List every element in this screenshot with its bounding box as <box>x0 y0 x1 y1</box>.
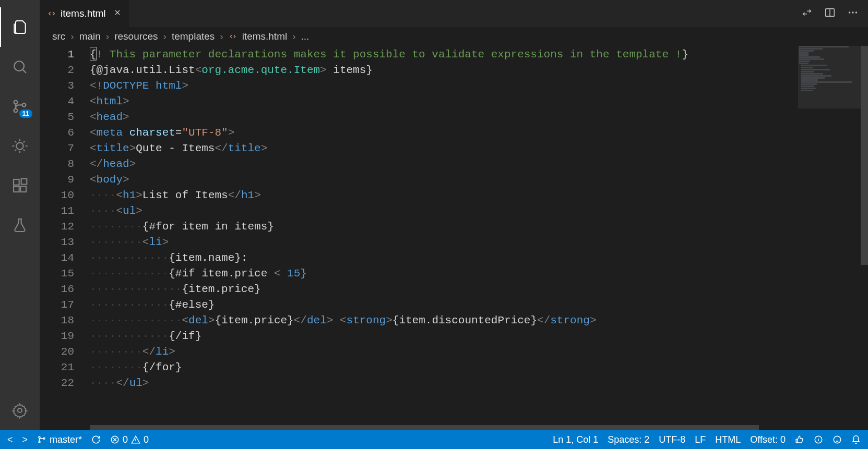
breadcrumb-item[interactable]: src <box>52 31 65 42</box>
code-line[interactable]: <!DOCTYPE html> <box>90 78 798 94</box>
tab-label: items.html <box>61 8 106 19</box>
code-line[interactable]: </head> <box>90 156 798 172</box>
thumbs-up-icon[interactable] <box>795 435 804 444</box>
svg-point-15 <box>39 441 40 443</box>
editor-actions <box>801 7 868 20</box>
activity-bar: 11 <box>0 0 40 430</box>
line-number: 19 <box>40 329 74 344</box>
testing-button[interactable] <box>0 205 40 245</box>
editor-body: 12345678910111213141516171819202122 {! T… <box>40 46 868 425</box>
svg-point-4 <box>16 142 23 149</box>
svg-rect-7 <box>20 186 26 192</box>
code-line[interactable]: <head> <box>90 110 798 125</box>
html-file-icon <box>229 32 237 41</box>
breadcrumb-item[interactable]: items.html <box>242 31 288 42</box>
svg-rect-6 <box>14 186 19 192</box>
explorer-button[interactable] <box>0 7 40 47</box>
scrollbar-thumb[interactable] <box>861 46 868 265</box>
tab-items-html[interactable]: items.html <box>40 0 129 27</box>
bell-icon[interactable] <box>851 435 861 444</box>
code-line[interactable]: <title>Qute - Items</title> <box>90 141 798 156</box>
cursor-position-status[interactable]: Ln 1, Col 1 <box>553 434 598 445</box>
html-file-icon <box>47 9 56 18</box>
code-line[interactable]: ····</ul> <box>90 375 798 391</box>
minimap-slider[interactable] <box>798 46 861 108</box>
code-line[interactable]: ··············<del>{item.price}</del> <s… <box>90 313 798 329</box>
beaker-icon <box>11 217 28 234</box>
scm-button[interactable]: 11 <box>0 87 40 126</box>
code-line[interactable]: {! This parameter declarations makes it … <box>90 47 798 63</box>
breadcrumb-item[interactable]: ... <box>301 31 310 42</box>
chevron-right-icon: › <box>220 31 223 42</box>
compare-icon[interactable] <box>801 7 813 20</box>
git-branch-icon <box>37 435 46 444</box>
feedback-icon[interactable] <box>833 435 842 444</box>
line-number: 13 <box>40 235 74 250</box>
language-mode-status[interactable]: HTML <box>715 434 741 445</box>
svg-point-1 <box>14 101 18 104</box>
minimap[interactable] <box>798 46 861 425</box>
line-number: 1 <box>40 47 74 63</box>
line-number: 12 <box>40 219 74 235</box>
eol-status[interactable]: LF <box>695 434 706 445</box>
code-line[interactable]: <body> <box>90 172 798 188</box>
code-line[interactable]: ········</li> <box>90 344 798 360</box>
line-number: 22 <box>40 375 74 391</box>
offset-status[interactable]: Offset: 0 <box>750 434 786 445</box>
line-number: 7 <box>40 141 74 156</box>
split-editor-icon[interactable] <box>824 7 836 20</box>
nav-back-button[interactable]: < <box>7 434 13 445</box>
debug-button[interactable] <box>0 126 40 166</box>
code-line[interactable]: ··············{item.price} <box>90 282 798 297</box>
code-line[interactable]: ········<li> <box>90 235 798 250</box>
code-line[interactable]: ············{#if item.price < 15} <box>90 266 798 282</box>
search-button[interactable] <box>0 47 40 87</box>
nav-forward-button[interactable]: > <box>22 434 28 445</box>
scm-badge: 11 <box>19 110 32 118</box>
code-line[interactable]: ········{#for item in items} <box>90 219 798 235</box>
chevron-right-icon: › <box>292 31 295 42</box>
breadcrumb-item[interactable]: templates <box>172 31 215 42</box>
code-line[interactable]: <meta charset="UTF-8"> <box>90 125 798 141</box>
problems-status[interactable]: 0 0 <box>110 434 149 445</box>
code-line[interactable]: {@java.util.List<org.acme.qute.Item> ite… <box>90 63 798 78</box>
settings-button[interactable] <box>0 391 40 430</box>
indentation-status[interactable]: Spaces: 2 <box>608 434 649 445</box>
close-icon[interactable] <box>113 8 122 19</box>
code-line[interactable]: ············{item.name}: <box>90 250 798 266</box>
encoding-status[interactable]: UTF-8 <box>659 434 685 445</box>
line-number: 2 <box>40 63 74 78</box>
breadcrumbs[interactable]: src › main › resources › templates › ite… <box>40 27 868 46</box>
line-number: 17 <box>40 297 74 313</box>
editor-area: items.html src › main <box>40 0 868 430</box>
horizontal-scrollbar[interactable] <box>90 425 868 430</box>
svg-point-0 <box>14 61 24 71</box>
more-actions-icon[interactable] <box>847 7 859 20</box>
breadcrumb-item[interactable]: resources <box>114 31 158 42</box>
code-line[interactable]: ········{/for} <box>90 360 798 375</box>
svg-point-13 <box>855 11 857 13</box>
breadcrumb-item[interactable]: main <box>79 31 101 42</box>
line-number: 11 <box>40 203 74 219</box>
error-count: 0 <box>123 434 128 445</box>
code-line[interactable]: ············{#else} <box>90 297 798 313</box>
code-line[interactable]: ····<h1>List of Items</h1> <box>90 188 798 203</box>
search-icon <box>11 58 28 75</box>
error-icon <box>110 435 120 444</box>
code-line[interactable]: ····<ul> <box>90 203 798 219</box>
code-line[interactable]: ············{/if} <box>90 329 798 344</box>
svg-point-11 <box>849 11 850 13</box>
status-bar: < > master* 0 0 Ln 1, Col 1 Spaces: 2 UT… <box>0 430 868 449</box>
code-line[interactable]: <html> <box>90 94 798 110</box>
code-editor[interactable]: {! This parameter declarations makes it … <box>90 46 798 425</box>
main-area: 11 items.html <box>0 0 868 430</box>
scrollbar-thumb[interactable] <box>90 425 759 430</box>
sync-button[interactable] <box>91 435 101 444</box>
git-branch-status[interactable]: master* <box>37 434 82 445</box>
line-number: 10 <box>40 188 74 203</box>
vertical-scrollbar[interactable] <box>861 46 868 425</box>
info-icon[interactable] <box>814 435 823 444</box>
svg-point-16 <box>43 438 45 439</box>
extensions-button[interactable] <box>0 166 40 205</box>
line-number: 5 <box>40 110 74 125</box>
